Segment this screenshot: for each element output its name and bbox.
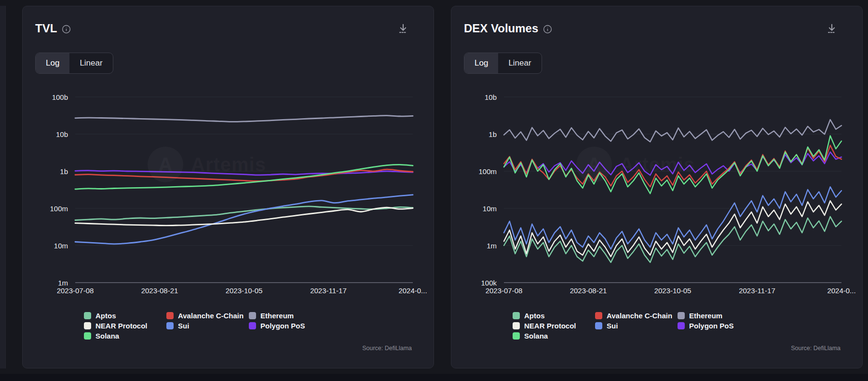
panel-title-row: DEX Volumes (464, 22, 552, 35)
x-tick-label: 2024-0... (827, 286, 855, 295)
chart-area: 10b1b100m10m1m100k A Artemis (451, 97, 841, 283)
y-tick-label: 100m (478, 167, 497, 176)
y-tick-label: 100m (50, 204, 68, 213)
legend-label: Solana (95, 332, 119, 340)
y-tick-label: 1b (60, 167, 68, 176)
info-icon[interactable] (543, 25, 552, 34)
x-tick-label: 2023-08-21 (570, 286, 607, 295)
page-title: DEX Volumes (464, 22, 538, 35)
adjacent-card-edge (0, 6, 6, 368)
legend-label: Ethereum (689, 312, 722, 320)
legend-swatch (84, 322, 91, 329)
x-tick-label: 2023-11-17 (739, 286, 775, 295)
source-attribution: Source: DefiLlama (362, 345, 412, 352)
legend-item-polygon-pos[interactable]: Polygon PoS (678, 322, 760, 329)
toggle-log-button[interactable]: Log (464, 53, 498, 73)
y-axis-labels: 100b10b1b100m10m1m (23, 97, 75, 283)
legend-label: Ethereum (260, 312, 294, 320)
x-tick-label: 2023-08-21 (141, 286, 178, 295)
x-tick-label: 2023-07-08 (486, 286, 523, 295)
toggle-linear-button[interactable]: Linear (498, 53, 541, 73)
legend-swatch (166, 312, 174, 319)
legend-swatch (595, 312, 602, 319)
dex-volumes-line-chart (504, 97, 841, 283)
x-tick-label: 2023-11-17 (310, 286, 347, 295)
y-tick-label: 1b (488, 130, 497, 138)
series-line-sui (504, 187, 841, 249)
source-attribution: Source: DefiLlama (791, 345, 841, 352)
legend-label: Avalanche C-Chain (178, 312, 244, 320)
legend-item-polygon-pos[interactable]: Polygon PoS (249, 322, 331, 329)
legend-swatch (678, 322, 685, 329)
legend-label: NEAR Protocol (95, 322, 148, 330)
y-tick-label: 100k (481, 279, 497, 287)
x-tick-label: 2023-07-08 (57, 286, 94, 295)
legend-item-sui[interactable]: Sui (166, 322, 249, 329)
y-tick-label: 10m (54, 242, 68, 250)
legend-label: Avalanche C-Chain (607, 312, 672, 320)
legend-swatch (166, 322, 174, 329)
x-axis-labels: 2023-07-082023-08-212023-10-052023-11-17… (504, 286, 841, 297)
series-line-solana (75, 164, 413, 189)
legend-label: Aptos (95, 312, 116, 320)
page-title: TVL (35, 22, 57, 35)
scale-toggle: Log Linear (464, 53, 542, 74)
legend-swatch (84, 312, 91, 319)
download-icon (826, 23, 838, 35)
legend-label: Polygon PoS (689, 322, 734, 330)
chart-legend: AptosAvalanche C-ChainEthereumNEAR Proto… (84, 312, 331, 340)
legend-item-sui[interactable]: Sui (595, 322, 678, 329)
info-icon[interactable] (62, 25, 71, 34)
x-tick-label: 2024-0... (398, 286, 427, 295)
legend-item-solana[interactable]: Solana (513, 332, 595, 340)
tvl-line-chart (75, 97, 413, 283)
legend-swatch (84, 332, 91, 340)
y-tick-label: 100b (52, 93, 68, 101)
tvl-card: TVL Log Linear 100b10b1b100m10m1m A Arte… (22, 6, 434, 368)
chart-legend: AptosAvalanche C-ChainEthereumNEAR Proto… (513, 312, 760, 340)
legend-swatch (513, 332, 520, 340)
legend-item-avalanche-c-chain[interactable]: Avalanche C-Chain (166, 312, 249, 319)
panel-title-row: TVL (35, 22, 71, 35)
legend-label: Polygon PoS (260, 322, 305, 330)
y-tick-label: 1m (487, 242, 497, 250)
legend-item-aptos[interactable]: Aptos (513, 312, 595, 319)
y-tick-label: 10b (485, 93, 497, 101)
legend-label: NEAR Protocol (524, 322, 576, 330)
legend-swatch (249, 312, 256, 319)
legend-swatch (513, 322, 520, 329)
legend-label: Sui (178, 322, 189, 330)
y-tick-label: 10m (483, 204, 497, 213)
legend-item-near-protocol[interactable]: NEAR Protocol (513, 322, 595, 329)
download-button[interactable] (397, 23, 409, 37)
y-tick-label: 1m (58, 279, 68, 287)
legend-item-aptos[interactable]: Aptos (84, 312, 166, 319)
legend-label: Solana (524, 332, 548, 340)
series-line-ethereum (504, 120, 841, 142)
toggle-linear-button[interactable]: Linear (69, 53, 112, 73)
plot-area: A Artemis (75, 97, 413, 283)
download-button[interactable] (826, 23, 838, 37)
y-tick-label: 10b (56, 130, 68, 138)
x-tick-label: 2023-10-05 (654, 286, 692, 295)
scale-toggle: Log Linear (35, 53, 113, 74)
legend-item-ethereum[interactable]: Ethereum (678, 312, 760, 319)
dex-volumes-card: DEX Volumes Log Linear 10b1b100m10m1m100… (451, 6, 863, 368)
legend-swatch (513, 312, 520, 319)
x-tick-label: 2023-10-05 (226, 286, 263, 295)
legend-item-solana[interactable]: Solana (84, 332, 166, 340)
chart-area: 100b10b1b100m10m1m A Artemis (23, 97, 413, 283)
legend-swatch (249, 322, 256, 329)
series-line-near-protocol (75, 207, 413, 226)
legend-item-near-protocol[interactable]: NEAR Protocol (84, 322, 166, 329)
legend-label: Aptos (524, 312, 545, 320)
page-bottom-strip (0, 374, 868, 381)
legend-swatch (595, 322, 602, 329)
legend-item-avalanche-c-chain[interactable]: Avalanche C-Chain (595, 312, 678, 319)
legend-item-ethereum[interactable]: Ethereum (249, 312, 331, 319)
series-line-aptos (504, 217, 841, 262)
legend-label: Sui (607, 322, 618, 330)
series-line-ethereum (75, 116, 413, 122)
toggle-log-button[interactable]: Log (36, 53, 69, 73)
series-line-sui (75, 195, 413, 244)
